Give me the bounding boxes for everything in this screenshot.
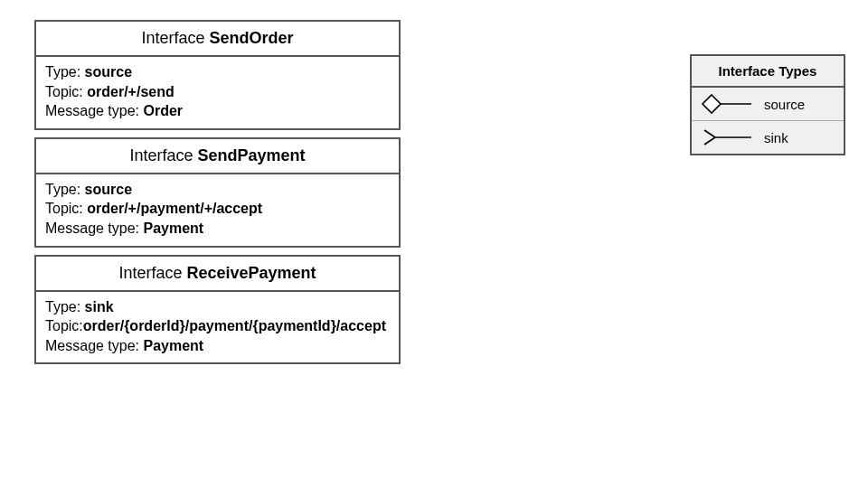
interface-name: ReceivePayment bbox=[186, 264, 316, 282]
topic-label: Topic: bbox=[45, 201, 87, 216]
legend-label: sink bbox=[764, 130, 788, 145]
interface-body: Type: sink Topic:order/{orderId}/payment… bbox=[36, 292, 399, 363]
message-type-value: Order bbox=[144, 103, 184, 118]
legend-row-source: source bbox=[692, 88, 844, 120]
message-type-value: Payment bbox=[144, 338, 204, 353]
legend-row-sink: sink bbox=[692, 120, 844, 154]
legend-title: Interface Types bbox=[692, 56, 844, 88]
source-icon bbox=[701, 93, 755, 115]
type-row: Type: sink bbox=[45, 297, 390, 317]
sink-icon bbox=[701, 127, 755, 148]
svg-line-3 bbox=[704, 137, 715, 145]
interface-name: SendOrder bbox=[210, 29, 294, 47]
legend-box: Interface Types source sink bbox=[690, 54, 845, 155]
topic-value: order/+/send bbox=[87, 84, 174, 99]
type-value: sink bbox=[85, 299, 114, 314]
type-row: Type: source bbox=[45, 62, 390, 82]
type-label: Type: bbox=[45, 64, 85, 80]
svg-line-2 bbox=[704, 130, 715, 137]
legend-label: source bbox=[764, 97, 805, 112]
type-label: Type: bbox=[45, 182, 85, 197]
message-type-label: Message type: bbox=[45, 338, 144, 353]
message-type-label: Message type: bbox=[45, 221, 144, 236]
type-value: source bbox=[85, 64, 132, 80]
interface-box: Interface SendOrder Type: source Topic: … bbox=[34, 20, 401, 130]
interface-prefix: Interface bbox=[118, 264, 182, 282]
topic-value: order/{orderId}/payment/{paymentId}/acce… bbox=[83, 318, 386, 333]
topic-row: Topic:order/{orderId}/payment/{paymentId… bbox=[45, 316, 390, 336]
interface-header: Interface SendPayment bbox=[36, 139, 399, 174]
interface-list: Interface SendOrder Type: source Topic: … bbox=[34, 20, 401, 371]
message-type-row: Message type: Payment bbox=[45, 219, 390, 239]
interface-header: Interface ReceivePayment bbox=[36, 257, 399, 292]
interface-box: Interface SendPayment Type: source Topic… bbox=[34, 137, 401, 248]
topic-row: Topic: order/+/payment/+/accept bbox=[45, 199, 390, 219]
interface-header: Interface SendOrder bbox=[36, 22, 399, 57]
message-type-row: Message type: Order bbox=[45, 101, 390, 121]
interface-body: Type: source Topic: order/+/send Message… bbox=[36, 57, 399, 128]
message-type-value: Payment bbox=[144, 221, 204, 236]
topic-label: Topic: bbox=[45, 318, 83, 333]
message-type-row: Message type: Payment bbox=[45, 336, 390, 356]
topic-row: Topic: order/+/send bbox=[45, 82, 390, 102]
topic-label: Topic: bbox=[45, 84, 87, 99]
interface-prefix: Interface bbox=[141, 29, 204, 47]
topic-value: order/+/payment/+/accept bbox=[87, 201, 262, 216]
svg-marker-0 bbox=[703, 95, 721, 113]
interface-box: Interface ReceivePayment Type: sink Topi… bbox=[34, 255, 401, 365]
interface-prefix: Interface bbox=[129, 146, 193, 164]
interface-body: Type: source Topic: order/+/payment/+/ac… bbox=[36, 174, 399, 246]
type-value: source bbox=[85, 182, 132, 197]
type-label: Type: bbox=[45, 299, 85, 314]
interface-name: SendPayment bbox=[198, 146, 306, 164]
type-row: Type: source bbox=[45, 180, 390, 200]
message-type-label: Message type: bbox=[45, 103, 144, 118]
